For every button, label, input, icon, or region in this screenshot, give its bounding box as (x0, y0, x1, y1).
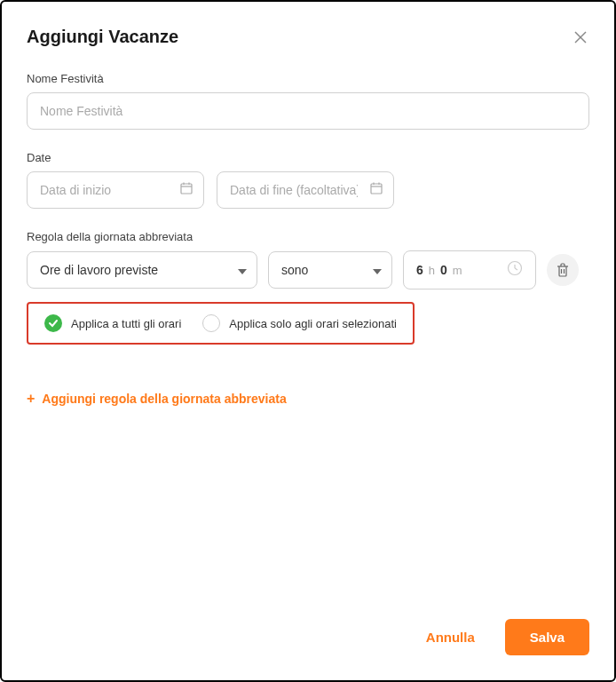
apply-options-group: Applica a tutti gli orari Applica solo a… (27, 302, 415, 345)
holiday-name-label: Nome Festività (27, 72, 589, 85)
add-rule-label: Aggiungi regola della giornata abbreviat… (42, 392, 286, 406)
save-button[interactable]: Salva (505, 619, 589, 655)
hours-value: 6 (416, 263, 423, 277)
rule-operator-select-wrap: sono (268, 251, 392, 289)
modal-title: Aggiungi Vacanze (27, 27, 178, 47)
start-date-wrap (27, 171, 204, 209)
date-field: Date (27, 151, 589, 209)
trash-icon (557, 263, 569, 277)
holiday-name-input[interactable] (27, 92, 589, 130)
rule-label: Regola della giornata abbreviata (27, 230, 589, 243)
minutes-value: 0 (440, 263, 447, 277)
date-row (27, 171, 589, 209)
rule-type-select-wrap: Ore di lavoro previste (27, 251, 257, 289)
rule-field: Regola della giornata abbreviata Ore di … (27, 230, 589, 345)
apply-selected-option[interactable]: Applica solo agli orari selezionati (202, 314, 397, 332)
clock-icon (507, 260, 523, 280)
radio-checked-icon (44, 314, 62, 332)
apply-selected-label: Applica solo agli orari selezionati (229, 317, 397, 330)
hours-unit: h (429, 264, 435, 277)
svg-line-12 (515, 268, 517, 270)
modal-header: Aggiungi Vacanze (27, 27, 589, 47)
rule-operator-select[interactable]: sono (268, 251, 392, 289)
rule-type-select[interactable]: Ore di lavoro previste (27, 251, 257, 289)
modal-footer: Annulla Salva (27, 619, 589, 655)
start-date-input[interactable] (27, 171, 204, 209)
minutes-unit: m (453, 264, 462, 277)
cancel-button[interactable]: Annulla (405, 619, 496, 655)
rule-operator-value: sono (281, 263, 308, 277)
close-icon (573, 30, 588, 44)
end-date-wrap (217, 171, 394, 209)
apply-all-option[interactable]: Applica a tutti gli orari (44, 314, 181, 332)
add-rule-button[interactable]: + Aggiungi regola della giornata abbrevi… (27, 391, 589, 407)
holiday-name-field: Nome Festività (27, 72, 589, 130)
apply-all-label: Applica a tutti gli orari (71, 317, 181, 330)
rule-type-value: Ore di lavoro previste (40, 263, 158, 277)
rule-row: Ore di lavoro previste sono (27, 250, 589, 289)
close-button[interactable] (572, 28, 589, 46)
plus-icon: + (27, 391, 35, 407)
time-input[interactable]: 6 h 0 m (403, 250, 536, 289)
end-date-input[interactable] (217, 171, 394, 209)
delete-rule-button[interactable] (547, 254, 579, 286)
radio-unchecked-icon (202, 314, 220, 332)
date-label: Date (27, 151, 589, 164)
check-icon (48, 319, 59, 328)
add-holidays-modal: Aggiungi Vacanze Nome Festività Date (0, 0, 616, 682)
